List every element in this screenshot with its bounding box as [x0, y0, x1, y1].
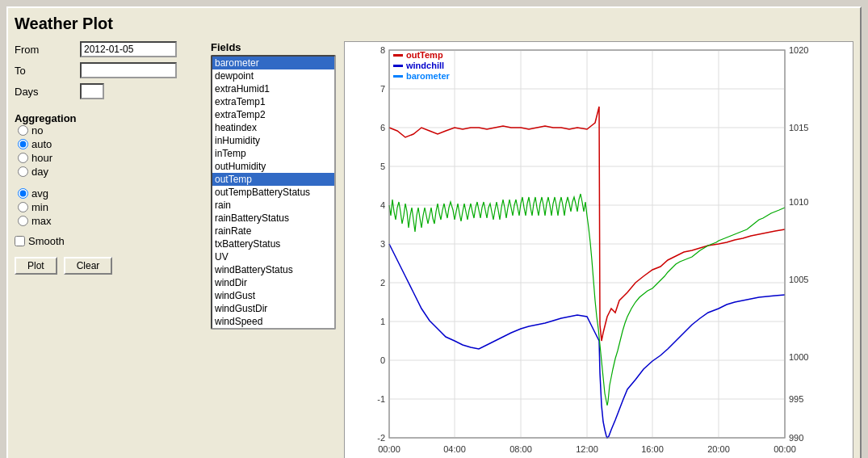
- legend-barometer-label: barometer: [406, 71, 451, 81]
- y-right-1020: 1020: [789, 45, 808, 55]
- field-intemp[interactable]: inTemp: [212, 147, 334, 160]
- y-left-5: 5: [380, 162, 385, 171]
- field-windbatterystatus[interactable]: windBatteryStatus: [212, 263, 334, 276]
- stat-max-label: max: [31, 215, 52, 227]
- field-rainrate[interactable]: rainRate: [212, 225, 334, 237]
- chart-svg: 8 7 6 5 4 3 2 1 0 -1 -2 1020 1015 1010 1…: [345, 42, 821, 458]
- fields-select[interactable]: barometer dewpoint extraHumid1 extraTemp…: [211, 55, 336, 330]
- y-right-1000: 1000: [789, 352, 808, 362]
- field-uv[interactable]: UV: [212, 250, 334, 263]
- fields-label: Fields: [211, 41, 336, 53]
- smooth-row: Smooth: [15, 235, 204, 247]
- fields-section: Fields barometer dewpoint extraHumid1 ex…: [211, 41, 336, 330]
- from-row: From: [15, 41, 204, 57]
- days-input[interactable]: [80, 83, 104, 99]
- field-txbatterystatus[interactable]: txBatteryStatus: [212, 237, 334, 250]
- legend-windchill-label: windchill: [405, 61, 444, 70]
- x-1200: 12:00: [576, 444, 598, 454]
- plot-button[interactable]: Plot: [15, 257, 57, 275]
- legend-barometer-color: [393, 75, 403, 78]
- agg-hour-row: hour: [18, 152, 204, 164]
- to-input[interactable]: [80, 62, 177, 78]
- page-title: Weather Plot: [15, 15, 853, 33]
- stat-max-row: max: [18, 215, 204, 227]
- agg-day-row: day: [18, 166, 204, 178]
- y-left-2: 2: [380, 278, 385, 288]
- x-0000: 00:00: [378, 444, 400, 454]
- field-rainbatterystatus[interactable]: rainBatteryStatus: [212, 212, 334, 225]
- legend-outtemp-label: outTemp: [406, 50, 443, 60]
- y-left-4: 4: [380, 200, 385, 210]
- smooth-label: Smooth: [28, 235, 65, 247]
- agg-hour-label: hour: [31, 152, 52, 164]
- days-row: Days: [15, 83, 204, 99]
- field-outtemp[interactable]: outTemp: [212, 173, 334, 186]
- field-windgust[interactable]: windGust: [212, 289, 334, 302]
- aggregation-label: Aggregation: [15, 112, 204, 124]
- field-extratemp2[interactable]: extraTemp2: [212, 108, 334, 121]
- legend-windchill-color: [393, 65, 403, 67]
- field-winddir[interactable]: windDir: [212, 276, 334, 289]
- y-right-1010: 1010: [789, 197, 808, 207]
- to-label: To: [15, 65, 75, 77]
- y-left-6: 6: [380, 123, 385, 132]
- main-layout: From To Days Aggregation no: [15, 41, 853, 458]
- agg-auto-row: auto: [18, 138, 204, 150]
- y-left-n2: -2: [377, 433, 385, 443]
- y-left-7: 7: [380, 84, 385, 94]
- y-left-0: 0: [380, 355, 385, 365]
- left-panel: From To Days Aggregation no: [15, 41, 204, 330]
- aggregation-group: no auto hour day: [18, 124, 204, 178]
- agg-day-radio[interactable]: [18, 166, 28, 177]
- agg-auto-radio[interactable]: [18, 139, 28, 149]
- stat-avg-label: avg: [31, 187, 48, 200]
- y-left-8: 8: [380, 45, 385, 55]
- left-controls: From To Days Aggregation no: [15, 41, 336, 330]
- chart-area: 8 7 6 5 4 3 2 1 0 -1 -2 1020 1015 1010 1…: [344, 41, 853, 458]
- y-right-1005: 1005: [789, 275, 808, 284]
- y-right-990: 990: [789, 433, 803, 443]
- field-inhumidity[interactable]: inHumidity: [212, 134, 334, 147]
- field-extrahumid1[interactable]: extraHumid1: [212, 82, 334, 95]
- stat-min-label: min: [31, 201, 48, 213]
- to-row: To: [15, 62, 204, 78]
- field-windspeed[interactable]: windSpeed: [212, 315, 334, 328]
- y-right-995: 995: [789, 394, 803, 404]
- agg-no-row: no: [18, 124, 204, 137]
- stat-avg-row: avg: [18, 187, 204, 200]
- field-heatindex[interactable]: heatindex: [212, 121, 334, 134]
- y-left-1: 1: [380, 317, 385, 326]
- stat-group: avg min max: [18, 187, 204, 227]
- field-outhumidity[interactable]: outHumidity: [212, 160, 334, 173]
- stat-min-row: min: [18, 201, 204, 213]
- field-extratemp1[interactable]: extraTemp1: [212, 95, 334, 108]
- agg-day-label: day: [31, 166, 48, 178]
- clear-button[interactable]: Clear: [64, 257, 113, 275]
- x-2000: 20:00: [707, 444, 730, 454]
- days-label: Days: [15, 86, 75, 98]
- agg-no-radio[interactable]: [18, 125, 28, 136]
- x-0400: 04:00: [443, 444, 466, 454]
- field-barometer[interactable]: barometer: [212, 57, 334, 69]
- stat-max-radio[interactable]: [18, 216, 28, 226]
- legend-outtemp-color: [393, 54, 403, 57]
- field-windgustdir[interactable]: windGustDir: [212, 302, 334, 315]
- from-input[interactable]: [80, 41, 177, 57]
- agg-hour-radio[interactable]: [18, 153, 28, 163]
- field-rain[interactable]: rain: [212, 199, 334, 212]
- y-left-3: 3: [380, 239, 385, 249]
- smooth-checkbox[interactable]: [15, 236, 25, 246]
- stat-min-radio[interactable]: [18, 202, 28, 212]
- y-left-n1: -1: [377, 394, 385, 404]
- main-window: Weather Plot From To Days Aggregation: [6, 6, 862, 458]
- x-2400: 00:00: [774, 444, 796, 454]
- agg-no-label: no: [31, 124, 43, 137]
- field-dewpoint[interactable]: dewpoint: [212, 69, 334, 82]
- x-0800: 08:00: [509, 444, 532, 454]
- field-outtempbatterystatus[interactable]: outTempBatteryStatus: [212, 186, 334, 199]
- stat-avg-radio[interactable]: [18, 188, 28, 199]
- field-windchill[interactable]: windchill: [212, 328, 334, 330]
- x-1600: 16:00: [641, 444, 664, 454]
- button-row: Plot Clear: [15, 257, 204, 275]
- agg-auto-label: auto: [31, 138, 52, 150]
